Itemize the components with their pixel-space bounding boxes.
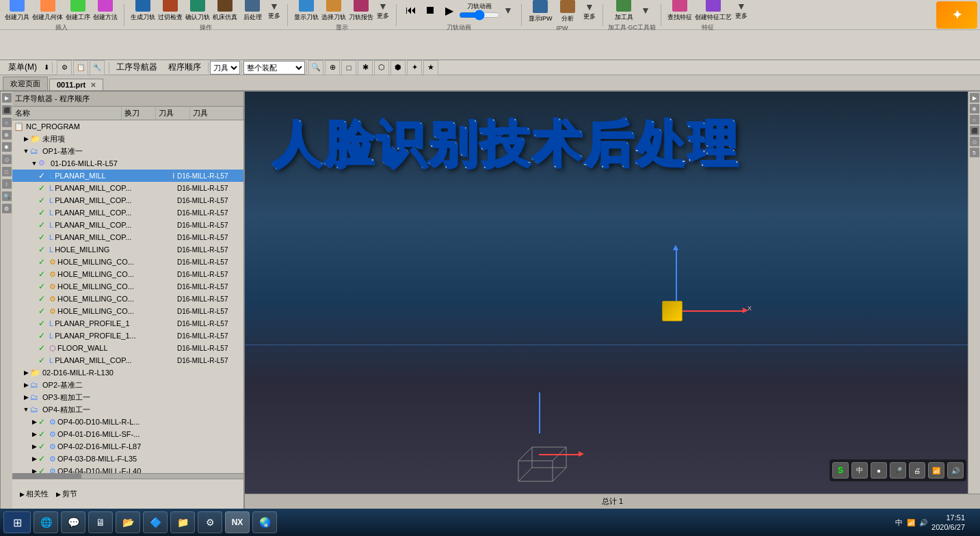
show-toolpath-button[interactable]: 显示刀轨 bbox=[293, 0, 320, 23]
taskbar-folder[interactable]: 📁 bbox=[170, 511, 195, 533]
vp-icon-3[interactable]: ○ bbox=[970, 115, 979, 124]
more-button-3[interactable]: ▼ bbox=[500, 0, 516, 23]
tree-op2[interactable]: ▶ 🗂 OP2-基准二 bbox=[12, 379, 243, 391]
list-item[interactable]: ✓ L PLANAR_MILL_COP... D16-MILL-R-L57 bbox=[12, 219, 243, 231]
list-item[interactable]: ▶ ✓ ⚙ OP4-00-D10-MILL-R-L... bbox=[12, 416, 243, 428]
verify-toolpath-button[interactable]: 确认刀轨 bbox=[184, 0, 211, 23]
float-btn-vol[interactable]: 🔊 bbox=[947, 462, 964, 479]
small-icon-2[interactable]: ⊕ bbox=[325, 60, 340, 75]
more-button-5[interactable]: ▼ bbox=[637, 0, 654, 23]
item0-toggle[interactable]: ▼ bbox=[30, 159, 38, 168]
float-btn-dot[interactable]: ● bbox=[871, 462, 887, 479]
float-btn-print[interactable]: 🖨 bbox=[909, 462, 925, 479]
list-item[interactable]: ▶ ✓ ⚙ OP4-02-D16-MILL-F-L87 bbox=[12, 440, 243, 453]
op1-02-toggle[interactable]: ▶ bbox=[22, 368, 30, 377]
menu-icon-3[interactable]: 🔧 bbox=[90, 60, 105, 75]
op2-toggle[interactable]: ▶ bbox=[22, 381, 30, 389]
small-icon-6[interactable]: ⬢ bbox=[390, 60, 406, 75]
tree-planar-mill[interactable]: ✓ L PLANAR_MILL I D16-MILL-R-L57 bbox=[12, 170, 243, 182]
edge-icon-10[interactable]: ⚙ bbox=[2, 204, 12, 213]
small-icon-5[interactable]: ⬡ bbox=[374, 60, 389, 75]
find-feature-button[interactable]: 查找特征 bbox=[666, 0, 693, 23]
create-geometry-button[interactable]: 创建几何体 bbox=[31, 0, 64, 23]
list-item[interactable]: ✓ L PLANAR_MILL_COP... D16-MILL-R-L57 bbox=[12, 354, 243, 366]
relations-toggle[interactable]: ▶ bbox=[18, 490, 26, 498]
list-item[interactable]: ✓ ⚙ HOLE_MILLING_CO... D16-MILL-R-L57 bbox=[12, 305, 243, 317]
assembly-dropdown[interactable]: 整个装配 bbox=[243, 61, 305, 75]
float-btn-lang[interactable]: 中 bbox=[851, 462, 868, 479]
taskbar-cortana[interactable]: 💬 bbox=[61, 511, 85, 533]
list-item[interactable]: ▶ ✓ ⚙ OP4-03-D8-MILL-F-L35 bbox=[12, 453, 243, 465]
create-tool-button[interactable]: 创建刀具 bbox=[3, 0, 31, 23]
create-op-button[interactable]: 创建工序 bbox=[64, 0, 92, 23]
menu-icon-1[interactable]: ⚙ bbox=[57, 60, 72, 75]
tree-unused[interactable]: ▶ 📁 未用项 bbox=[12, 133, 243, 145]
select-toolpath-button[interactable]: 选择刀轨 bbox=[320, 0, 347, 23]
create-feature-proc-button[interactable]: 创建特征工艺 bbox=[693, 0, 733, 23]
show-desktop-button[interactable] bbox=[969, 510, 977, 535]
list-item[interactable]: ✓ L PLANAR_PROFILE_1... D16-MILL-R-L57 bbox=[12, 330, 243, 342]
list-item[interactable]: ▶ ✓ ⚙ OP4-01-D16-MILL-SF-... bbox=[12, 428, 243, 440]
vp-icon-5[interactable]: ◇ bbox=[970, 137, 979, 146]
tree-op4[interactable]: ▼ 🗂 OP4-精加工一 bbox=[12, 403, 243, 416]
tab-welcome[interactable]: 欢迎页面 bbox=[3, 77, 48, 90]
play-button[interactable]: ▶ bbox=[440, 0, 459, 23]
more-button-4[interactable]: ▼ 更多 bbox=[581, 0, 598, 25]
taskbar-search[interactable]: 🌐 bbox=[34, 511, 58, 533]
speed-slider[interactable] bbox=[459, 11, 500, 19]
taskbar-start[interactable]: ⊞ bbox=[3, 511, 31, 533]
clips-toggle[interactable]: ▶ bbox=[54, 490, 62, 498]
edge-icon-4[interactable]: ⊕ bbox=[2, 130, 12, 139]
list-item[interactable]: ✓ L PLANAR_PROFILE_1 D16-MILL-R-L57 bbox=[12, 317, 243, 330]
vp-icon-1[interactable]: ▶ bbox=[970, 93, 979, 103]
more-button-1[interactable]: ▼ 更多 bbox=[266, 0, 282, 23]
tab-0011prt[interactable]: 0011.prt ✕ bbox=[49, 79, 103, 90]
overcut-check-button[interactable]: 过切检查 bbox=[157, 0, 184, 23]
op4-toggle[interactable]: ▼ bbox=[22, 405, 30, 414]
list-item[interactable]: ✓ L PLANAR_MILL_COP... D16-MILL-R-L57 bbox=[12, 182, 243, 194]
post-process-button[interactable]: 后处理 bbox=[239, 0, 266, 23]
list-item[interactable]: ✓ ⚙ HOLE_MILLING_CO... D16-MILL-R-L57 bbox=[12, 268, 243, 280]
edge-icon-6[interactable]: ◇ bbox=[2, 155, 12, 164]
edge-icon-2[interactable]: ⬛ bbox=[2, 105, 12, 115]
vp-icon-2[interactable]: ⊕ bbox=[970, 104, 979, 113]
small-icon-7[interactable]: ✦ bbox=[407, 60, 422, 75]
tab-0011prt-close[interactable]: ✕ bbox=[90, 81, 96, 89]
edge-icon-8[interactable]: ↕ bbox=[2, 179, 12, 189]
menu-item-file[interactable]: 菜单(M) bbox=[3, 60, 42, 75]
menu-icon-2[interactable]: 📋 bbox=[73, 60, 88, 75]
tree-op3[interactable]: ▶ 🗂 OP3-粗加工一 bbox=[12, 391, 243, 403]
tree-op1[interactable]: ▼ 🗂 OP1-基准一 bbox=[12, 145, 243, 157]
list-item[interactable]: ▶ ✓ ⚙ OP4-04-D10-MILL-F-L40 bbox=[12, 465, 243, 473]
list-item[interactable]: ✓ ⚙ HOLE_MILLING_CO... D16-MILL-R-L57 bbox=[12, 280, 243, 293]
taskbar-browser[interactable]: 🌏 bbox=[252, 511, 277, 533]
create-method-button[interactable]: 创建方法 bbox=[92, 0, 119, 23]
taskbar-settings[interactable]: ⚙ bbox=[198, 511, 222, 533]
taskbar-explorer[interactable]: 📂 bbox=[116, 511, 140, 533]
edge-icon-1[interactable]: ▶ bbox=[2, 93, 12, 103]
list-item[interactable]: ✓ ⚙ HOLE_MILLING_CO... D16-MILL-R-L57 bbox=[12, 293, 243, 305]
menu-navigator[interactable]: 工序导航器 bbox=[111, 60, 163, 75]
op1-toggle[interactable]: ▼ bbox=[22, 147, 30, 155]
float-btn-s[interactable]: S bbox=[832, 462, 849, 479]
list-item[interactable]: ✓ L PLANAR_MILL_COP... D16-MILL-R-L57 bbox=[12, 206, 243, 219]
bottom-item-clips[interactable]: ▶ 剪节 bbox=[51, 487, 80, 501]
analyze-button[interactable]: 分析 bbox=[554, 0, 581, 25]
taskbar-nx[interactable]: NX bbox=[225, 511, 250, 533]
edge-icon-9[interactable]: 🔍 bbox=[2, 191, 12, 201]
small-icon-1[interactable]: 🔍 bbox=[308, 60, 323, 75]
list-item[interactable]: ✓ ⚙ HOLE_MILLING_CO... D16-MILL-R-L57 bbox=[12, 256, 243, 268]
machine-sim-button[interactable]: 机床仿真 bbox=[211, 0, 239, 23]
float-btn-mic[interactable]: 🎤 bbox=[890, 462, 906, 479]
menu-program-order[interactable]: 程序顺序 bbox=[163, 60, 207, 75]
small-icon-3[interactable]: □ bbox=[341, 60, 356, 75]
op3-toggle[interactable]: ▶ bbox=[22, 393, 30, 401]
prev-step-button[interactable]: ⏮ bbox=[401, 0, 421, 23]
show-ipw-button[interactable]: 显示IPW bbox=[527, 0, 554, 25]
vp-icon-6[interactable]: 5 bbox=[970, 148, 979, 157]
bottom-item-relations[interactable]: ▶ 相关性 bbox=[15, 487, 51, 501]
menu-dropdown-arrow[interactable]: ⬇ bbox=[42, 62, 51, 72]
more-button-2[interactable]: ▼ 更多 bbox=[375, 0, 391, 23]
list-item[interactable]: ✓ L PLANAR_MILL_COP... D16-MILL-R-L57 bbox=[12, 231, 243, 243]
unused-toggle[interactable]: ▶ bbox=[22, 135, 30, 143]
